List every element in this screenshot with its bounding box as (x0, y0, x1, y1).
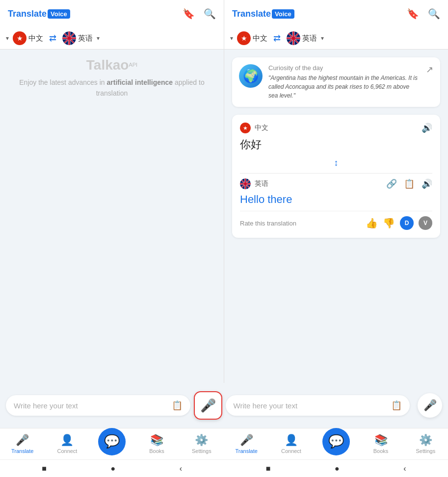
search-icon-right[interactable]: 🔍 (428, 8, 440, 20)
globe-icon: 🌍 (239, 64, 263, 88)
sys-bar-right: ■ ● ‹ (224, 460, 448, 477)
share-icon[interactable]: ↗ (426, 64, 433, 100)
curiosity-text: "Argentina has the highest mountain in t… (268, 74, 420, 100)
mic-icon-center: 🎤 (200, 398, 216, 413)
dual-panel: Translate Voice 🔖 🔍 ▾ ★ 中文 ⇄ (0, 0, 448, 383)
speaker-source-icon[interactable]: 🔊 (422, 123, 432, 133)
user-avatar-v[interactable]: V (419, 216, 432, 230)
rate-label: Rate this translation (240, 220, 361, 227)
logo-voice-right: Voice (272, 9, 294, 19)
nav-center-right[interactable]: 💬 (314, 428, 358, 459)
mic-button-container: 🎤 (190, 388, 226, 423)
trans-target-text: Hello there (240, 193, 432, 206)
thumbdown-icon[interactable]: 👎 (383, 217, 395, 229)
talkao-logo-text: TalkaoAPI (86, 57, 137, 73)
left-source-lang[interactable]: ★ 中文 (13, 31, 43, 45)
bookmark-icon-left[interactable]: 🔖 (183, 8, 195, 20)
left-swap-btn[interactable]: ⇄ (47, 33, 58, 44)
nav-translate-left[interactable]: 🎤 Translate (0, 428, 45, 459)
right-header-icons: 🔖 🔍 (407, 8, 440, 20)
trans-footer: Rate this translation 👍 👎 D V (240, 211, 432, 230)
left-target-lang[interactable]: 英语 (62, 31, 93, 45)
nav-settings-left[interactable]: ⚙️ Settings (179, 428, 224, 459)
sys-back-right[interactable]: ‹ (403, 464, 406, 473)
left-target-chevron[interactable]: ▾ (97, 35, 100, 42)
mic-button-right[interactable]: 🎤 (418, 393, 442, 418)
copy-translation-icon[interactable]: 📋 (404, 178, 415, 189)
nav-chat-icon-left: 💬 (104, 434, 120, 449)
trans-target-row: 英语 🔗 📋 🔊 (240, 178, 432, 189)
nav-center-left[interactable]: 💬 (90, 428, 134, 459)
china-flag-left: ★ (13, 31, 26, 45)
app-container: Translate Voice 🔖 🔍 ▾ ★ 中文 ⇄ (0, 0, 448, 477)
nav-gear-icon-left: ⚙️ (195, 434, 208, 447)
left-lang-bar: ▾ ★ 中文 ⇄ 英语 (0, 27, 224, 50)
left-clipboard-icon[interactable]: 📋 (172, 400, 183, 411)
nav-connect-right[interactable]: 👤 Connect (269, 428, 314, 459)
nav-settings-right[interactable]: ⚙️ Settings (403, 428, 448, 459)
share-translation-icon[interactable]: 🔗 (386, 178, 397, 189)
right-swap-btn[interactable]: ⇄ (271, 33, 283, 44)
right-input-placeholder: Write here your text (234, 402, 392, 410)
right-logo: Translate Voice (232, 9, 294, 19)
nav-person-icon-right: 👤 (285, 434, 298, 447)
logo-translate-right: Translate (232, 9, 271, 19)
thumbup-icon[interactable]: 👍 (366, 217, 378, 229)
right-lang-bar: ▾ ★ 中文 ⇄ 英语 (224, 27, 448, 50)
trans-source-text: 你好 (240, 137, 432, 152)
swap-vertical-btn[interactable]: ↕ (240, 158, 432, 168)
left-nav-half: 🎤 Translate 👤 Connect 💬 📚 Books ⚙️ Setti… (0, 428, 224, 459)
bottom-nav: 🎤 Translate 👤 Connect 💬 📚 Books ⚙️ Setti… (0, 428, 448, 459)
left-panel-content: TalkaoAPI Enjoy the latest advances in a… (0, 50, 224, 383)
speaker-target-icon[interactable]: 🔊 (422, 178, 432, 189)
uk-flag-right (287, 31, 300, 45)
left-input-placeholder: Write here your text (14, 402, 172, 410)
nav-connect-label-left: Connect (57, 448, 77, 454)
sys-square-left[interactable]: ■ (42, 464, 47, 473)
curiosity-card: 🌍 Curiosity of the day "Argentina has th… (232, 57, 440, 107)
sys-back-left[interactable]: ‹ (180, 464, 182, 473)
nav-connect-label-right: Connect (281, 448, 301, 454)
left-panel: Translate Voice 🔖 🔍 ▾ ★ 中文 ⇄ (0, 0, 224, 383)
sys-circle-left[interactable]: ● (111, 464, 116, 473)
translation-box: ★ 中文 🔊 你好 ↕ (232, 115, 440, 238)
system-bar: ■ ● ‹ ■ ● ‹ (0, 459, 448, 477)
nav-connect-left[interactable]: 👤 Connect (45, 428, 89, 459)
left-logo: Translate Voice (8, 9, 70, 19)
logo-voice-left: Voice (48, 9, 70, 19)
right-target-chevron[interactable]: ▾ (321, 35, 324, 42)
nav-center-btn-left[interactable]: 💬 (98, 428, 126, 455)
left-header: Translate Voice 🔖 🔍 (0, 0, 224, 27)
nav-center-btn-right[interactable]: 💬 (322, 428, 350, 455)
sys-circle-right[interactable]: ● (335, 464, 340, 473)
trans-target-flag (240, 178, 251, 189)
right-clipboard-icon[interactable]: 📋 (391, 400, 402, 411)
mic-button-center[interactable]: 🎤 (194, 391, 222, 420)
right-text-input[interactable]: Write here your text 📋 (226, 395, 410, 416)
curiosity-text-area: Curiosity of the day "Argentina has the … (268, 64, 420, 100)
nav-translate-label-right: Translate (235, 448, 257, 454)
sys-bar-left: ■ ● ‹ (0, 460, 224, 477)
sys-square-right[interactable]: ■ (266, 464, 271, 473)
right-nav-half: 🎤 Translate 👤 Connect 💬 📚 Books ⚙️ Setti… (224, 428, 448, 459)
right-panel-content: 🌍 Curiosity of the day "Argentina has th… (224, 50, 448, 383)
left-text-input[interactable]: Write here your text 📋 (6, 395, 190, 416)
bookmark-icon-right[interactable]: 🔖 (407, 8, 419, 20)
right-source-lang[interactable]: ★ 中文 (237, 31, 267, 45)
talkao-tagline: Enjoy the latest advances in artificial … (8, 77, 216, 99)
user-avatar-d[interactable]: D (400, 216, 414, 230)
trans-action-icons: 🔗 📋 🔊 (386, 178, 432, 189)
nav-settings-label-right: Settings (416, 448, 435, 454)
nav-translate-right[interactable]: 🎤 Translate (224, 428, 269, 459)
right-target-lang[interactable]: 英语 (287, 31, 317, 45)
nav-books-left[interactable]: 📚 Books (134, 428, 179, 459)
search-icon-left[interactable]: 🔍 (204, 8, 216, 20)
right-panel: Translate Voice 🔖 🔍 ▾ ★ 中文 ⇄ (224, 0, 448, 383)
nav-books-right[interactable]: 📚 Books (358, 428, 403, 459)
right-source-chevron[interactable]: ▾ (230, 35, 233, 42)
nav-mic-icon-right: 🎤 (240, 434, 253, 447)
trans-divider (240, 173, 432, 174)
right-header: Translate Voice 🔖 🔍 (224, 0, 448, 27)
left-source-chevron[interactable]: ▾ (6, 35, 9, 42)
nav-translate-label-left: Translate (11, 448, 33, 454)
